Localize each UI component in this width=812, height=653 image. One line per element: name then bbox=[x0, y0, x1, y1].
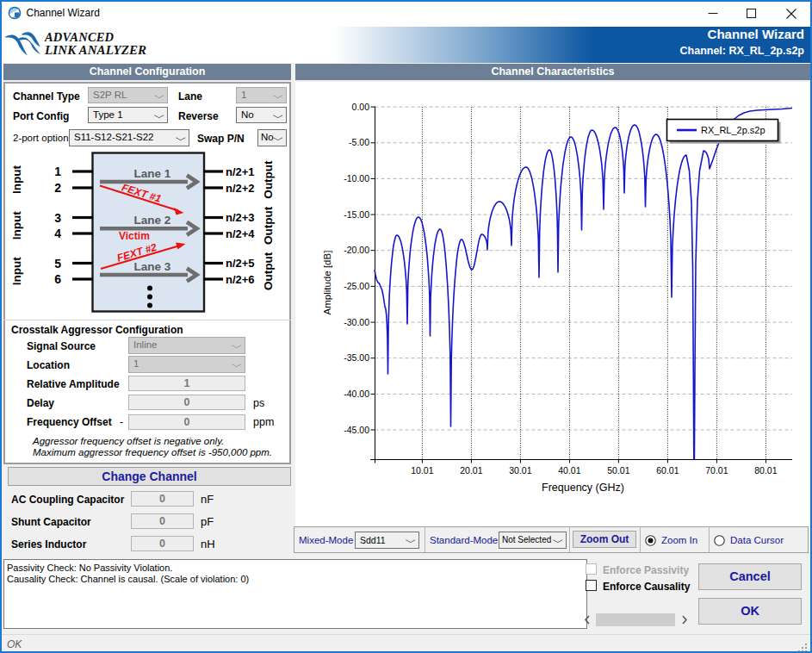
svg-text:10.01: 10.01 bbox=[411, 465, 433, 476]
svg-text:Amplitude [dB]: Amplitude [dB] bbox=[322, 251, 332, 315]
svg-text:Frequency (GHz): Frequency (GHz) bbox=[542, 482, 624, 494]
svg-text:-35.00: -35.00 bbox=[344, 352, 369, 363]
svg-text:-45.00: -45.00 bbox=[344, 425, 369, 435]
svg-text:-25.00: -25.00 bbox=[344, 281, 369, 291]
svg-text:Input: Input bbox=[10, 257, 23, 285]
svg-text:Lane 1: Lane 1 bbox=[134, 167, 171, 180]
svg-text:RX_RL_2p.s2p: RX_RL_2p.s2p bbox=[701, 125, 766, 135]
svg-text:50.01: 50.01 bbox=[607, 465, 629, 476]
svg-text:80.01: 80.01 bbox=[754, 465, 777, 476]
svg-text:Output: Output bbox=[262, 206, 275, 245]
svg-text:Lane 3: Lane 3 bbox=[134, 260, 171, 273]
svg-text:30.01: 30.01 bbox=[509, 465, 531, 476]
svg-text:Output: Output bbox=[262, 160, 275, 199]
svg-text:60.01: 60.01 bbox=[656, 465, 679, 476]
svg-text:-15.00: -15.00 bbox=[344, 209, 369, 220]
svg-text:-40.00: -40.00 bbox=[344, 389, 369, 399]
svg-text:n/2+1: n/2+1 bbox=[226, 165, 255, 178]
svg-text:Input: Input bbox=[10, 211, 23, 239]
svg-text:n/2+6: n/2+6 bbox=[226, 273, 255, 286]
svg-text:Victim: Victim bbox=[119, 230, 150, 242]
svg-text:40.01: 40.01 bbox=[558, 465, 580, 476]
svg-text:0.00: 0.00 bbox=[352, 102, 370, 112]
svg-text:2: 2 bbox=[54, 181, 61, 195]
svg-text:n/2+4: n/2+4 bbox=[226, 227, 255, 240]
svg-text:-30.00: -30.00 bbox=[344, 317, 369, 327]
svg-text:3: 3 bbox=[54, 211, 61, 225]
svg-text:1: 1 bbox=[54, 165, 61, 178]
svg-text:n/2+3: n/2+3 bbox=[226, 211, 255, 224]
svg-text:-10.00: -10.00 bbox=[344, 173, 369, 183]
svg-text:70.01: 70.01 bbox=[705, 465, 728, 476]
svg-text:5: 5 bbox=[54, 257, 61, 271]
svg-text:6: 6 bbox=[54, 272, 61, 286]
svg-text:n/2+5: n/2+5 bbox=[226, 257, 255, 270]
svg-text:-5.00: -5.00 bbox=[349, 137, 369, 147]
svg-text:20.01: 20.01 bbox=[460, 465, 482, 476]
svg-text:4: 4 bbox=[54, 227, 61, 240]
svg-text:n/2+2: n/2+2 bbox=[226, 182, 255, 195]
svg-text:Input: Input bbox=[10, 165, 23, 194]
svg-text:Lane 2: Lane 2 bbox=[134, 214, 171, 227]
svg-text:Output: Output bbox=[262, 252, 275, 290]
svg-text:-20.00: -20.00 bbox=[344, 245, 369, 255]
